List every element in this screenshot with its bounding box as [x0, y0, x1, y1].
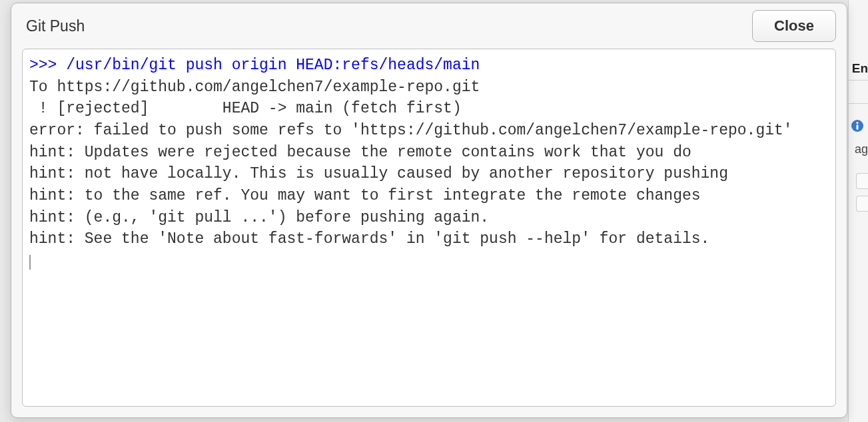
output-line: hint: not have locally. This is usually …	[29, 165, 728, 182]
background-partial-label-ac: ag	[855, 142, 868, 156]
dialog-title: Git Push	[26, 17, 85, 35]
output-pane[interactable]: >>> /usr/bin/git push origin HEAD:refs/h…	[22, 49, 836, 407]
text-cursor	[29, 255, 31, 270]
output-line: hint: Updates were rejected because the …	[29, 144, 691, 161]
output-line: To https://github.com/angelchen7/example…	[29, 79, 480, 96]
output-line: ! [rejected] HEAD -> main (fetch first)	[29, 100, 462, 117]
background-control[interactable]	[856, 173, 868, 189]
git-push-dialog: Git Push Close >>> /usr/bin/git push ori…	[11, 3, 847, 418]
output-line: error: failed to push some refs to 'http…	[29, 122, 793, 139]
background-partial-label-en: En	[852, 61, 868, 76]
svg-point-1	[856, 122, 858, 124]
svg-rect-2	[857, 124, 859, 130]
command-line: >>> /usr/bin/git push origin HEAD:refs/h…	[29, 57, 480, 74]
background-control[interactable]	[856, 196, 868, 212]
info-icon	[851, 119, 864, 132]
output-line: hint: See the 'Note about fast-forwards'…	[29, 230, 709, 248]
background-divider	[848, 80, 868, 81]
background-panel: En ag	[848, 0, 868, 422]
background-divider	[848, 103, 868, 104]
output-line: hint: (e.g., 'git pull ...') before push…	[29, 209, 489, 226]
dialog-header: Git Push Close	[11, 3, 847, 49]
output-line: hint: to the same ref. You may want to f…	[29, 187, 701, 204]
close-button[interactable]: Close	[752, 10, 836, 42]
